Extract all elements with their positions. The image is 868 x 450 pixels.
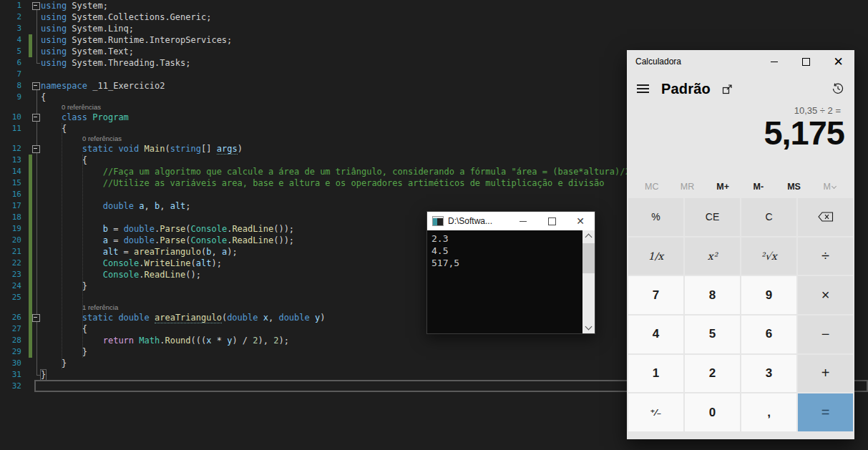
key-percent[interactable]: % xyxy=(628,198,683,236)
memory-button-mr[interactable]: MR xyxy=(670,178,706,195)
console-scrollbar[interactable] xyxy=(582,230,595,333)
key-two[interactable]: 2 xyxy=(685,355,740,393)
memory-buttons-row: MCMRM+M-MSM xyxy=(634,178,847,195)
key-square-root[interactable]: ²√x xyxy=(741,238,796,275)
memory-button-mc[interactable]: MC xyxy=(634,178,670,195)
code-text: { xyxy=(41,155,87,166)
change-tracking-bar xyxy=(21,177,32,189)
key-four[interactable]: 4 xyxy=(628,316,683,353)
line-number: 11 xyxy=(0,123,21,134)
fold-column xyxy=(32,57,41,69)
change-tracking-bar xyxy=(21,246,32,258)
console-app-icon xyxy=(432,216,444,226)
change-tracking-bar xyxy=(21,358,32,369)
calculator-title-bar[interactable]: Calculadora ✕ xyxy=(627,50,854,73)
memory-button-m+[interactable]: M+ xyxy=(705,178,741,195)
console-close-button[interactable]: ✕ xyxy=(566,212,595,230)
console-title-bar[interactable]: D:\Softwa... ✕ xyxy=(427,212,595,230)
memory-button-m[interactable]: M xyxy=(811,178,847,195)
calculator-close-button[interactable]: ✕ xyxy=(822,50,854,73)
key-backspace[interactable] xyxy=(798,198,853,236)
fold-collapse-icon[interactable] xyxy=(32,145,40,153)
key-nine[interactable]: 9 xyxy=(741,276,796,314)
fold-collapse-icon[interactable] xyxy=(32,314,40,322)
fold-column[interactable] xyxy=(32,0,41,11)
fold-collapse-icon[interactable] xyxy=(32,82,40,90)
key-equals[interactable]: = xyxy=(798,393,853,431)
fold-column[interactable] xyxy=(32,312,41,323)
change-tracking-bar xyxy=(21,303,32,312)
key-eight[interactable]: 8 xyxy=(685,276,740,314)
fold-column xyxy=(32,166,41,177)
console-window-title: D:\Softwa... xyxy=(448,216,509,226)
key-negate[interactable]: ⁺⁄₋ xyxy=(628,393,683,431)
calculator-keypad: %CEC1/xx²²√x÷789×456−123+⁺⁄₋0,= xyxy=(628,198,853,431)
line-number: 20 xyxy=(0,235,21,246)
key-zero[interactable]: 0 xyxy=(685,393,740,431)
change-tracking-bar xyxy=(21,189,32,200)
change-tracking-bar xyxy=(21,46,32,57)
fold-column[interactable] xyxy=(32,80,41,92)
line-number: 10 xyxy=(0,112,21,123)
memory-button-m-[interactable]: M- xyxy=(741,178,776,195)
code-text: namespace _11_Exercicio2 xyxy=(41,80,165,92)
key-seven[interactable]: 7 xyxy=(628,276,683,314)
fold-column xyxy=(32,123,41,134)
fold-column xyxy=(32,11,41,23)
key-plus[interactable]: + xyxy=(798,355,853,393)
scroll-down-icon[interactable] xyxy=(582,322,595,333)
history-icon[interactable] xyxy=(832,82,844,95)
code-text: static void Main(string[] args) xyxy=(41,143,243,155)
key-minus[interactable]: − xyxy=(798,316,853,353)
fold-column xyxy=(32,358,41,369)
memory-button-ms[interactable]: MS xyxy=(776,178,812,195)
key-clear[interactable]: C xyxy=(741,198,796,236)
key-three[interactable]: 3 xyxy=(741,355,796,393)
calculator-minimize-button[interactable] xyxy=(758,50,790,73)
key-square[interactable]: x² xyxy=(685,238,740,275)
code-text: Console.ReadLine(); xyxy=(41,269,201,280)
key-five[interactable]: 5 xyxy=(685,316,740,353)
key-reciprocal[interactable]: 1/x xyxy=(628,238,683,275)
backspace-icon xyxy=(818,212,834,222)
fold-column xyxy=(32,212,41,223)
key-multiply[interactable]: × xyxy=(798,276,853,314)
change-tracking-bar xyxy=(21,112,32,123)
keep-on-top-icon[interactable] xyxy=(721,83,733,95)
line-number: 16 xyxy=(0,189,21,200)
fold-column[interactable] xyxy=(32,112,41,123)
key-divide[interactable]: ÷ xyxy=(798,238,853,275)
console-window: D:\Softwa... ✕ 2.3 4.5 517,5 xyxy=(426,211,595,334)
code-line: 3using System.Linq; xyxy=(0,23,868,34)
change-tracking-bar xyxy=(21,92,32,103)
key-clear-entry[interactable]: CE xyxy=(685,198,740,236)
console-maximize-button[interactable] xyxy=(537,212,566,230)
line-number: 28 xyxy=(0,335,21,346)
fold-collapse-icon[interactable] xyxy=(32,114,40,122)
line-number: 8 xyxy=(0,80,21,92)
line-number: 1 xyxy=(0,0,21,11)
line-number: 24 xyxy=(0,280,21,292)
calculator-result-display: 5,175 xyxy=(764,113,844,153)
code-text: class Program xyxy=(41,112,129,123)
key-decimal[interactable]: , xyxy=(741,393,796,431)
change-tracking-bar xyxy=(21,381,32,392)
key-six[interactable]: 6 xyxy=(741,316,796,353)
console-output[interactable]: 2.3 4.5 517,5 xyxy=(427,230,582,333)
fold-collapse-icon[interactable] xyxy=(32,2,40,10)
line-number: 32 xyxy=(0,381,21,392)
code-line: 2using System.Collections.Generic; xyxy=(0,11,868,23)
console-minimize-button[interactable] xyxy=(509,212,537,230)
key-one[interactable]: 1 xyxy=(628,355,683,393)
code-text: //Utilize as variáveis area, base e altu… xyxy=(41,177,604,189)
scroll-up-icon[interactable] xyxy=(582,230,595,242)
code-text: return Math.Round(((x * y) / 2), 2); xyxy=(41,335,289,346)
change-tracking-bar xyxy=(21,166,32,177)
menu-icon[interactable] xyxy=(637,84,649,93)
fold-column[interactable] xyxy=(32,143,41,155)
calculator-maximize-button[interactable] xyxy=(790,50,822,73)
scrollbar-thumb[interactable] xyxy=(582,243,595,273)
change-tracking-bar xyxy=(21,11,32,23)
line-number: 18 xyxy=(0,212,21,223)
fold-column xyxy=(32,134,41,143)
